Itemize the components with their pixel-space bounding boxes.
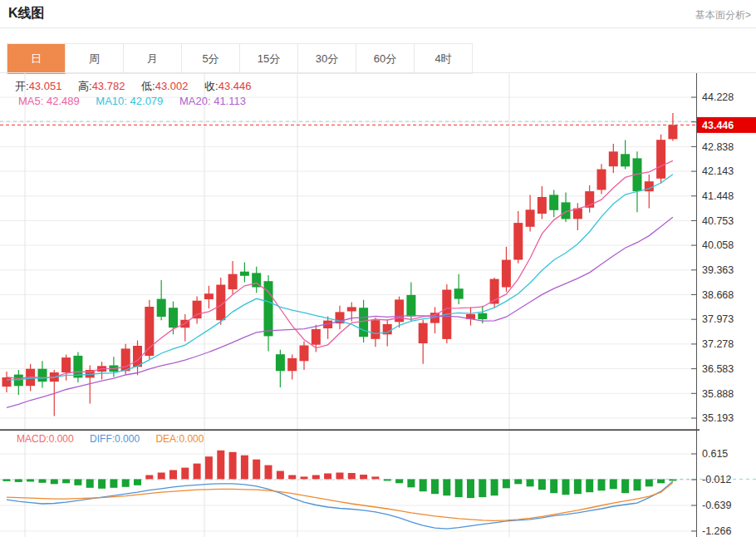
tab-60分[interactable]: 60分 xyxy=(356,44,415,74)
tab-15分[interactable]: 15分 xyxy=(240,44,298,74)
macd-bar xyxy=(657,479,665,483)
candle-body xyxy=(2,377,12,387)
macd-bar xyxy=(467,479,474,498)
candle-body xyxy=(478,313,487,319)
ma10-label: MA10: xyxy=(96,95,127,107)
macd-bar xyxy=(621,479,629,493)
diff-label: DIFF: xyxy=(90,433,115,445)
timeframe-tabbar: 日周月5分15分30分60分4时 xyxy=(7,43,473,74)
title-divider xyxy=(0,27,756,28)
candle-body xyxy=(609,151,618,166)
macd-bar xyxy=(74,479,81,485)
dea-line xyxy=(7,482,673,520)
candle-body xyxy=(38,369,47,382)
ma5-label: MA5: xyxy=(18,95,43,107)
close-value: 43.446 xyxy=(218,80,252,92)
candle-body xyxy=(454,288,464,298)
candle-body xyxy=(204,293,214,299)
macd-bar xyxy=(420,479,427,491)
candles xyxy=(2,113,678,416)
macd-bar xyxy=(514,479,522,484)
macd-bar xyxy=(598,479,606,490)
candle-body xyxy=(14,375,23,387)
macd-bar xyxy=(110,479,117,487)
macd-bar xyxy=(229,452,237,480)
candle-body xyxy=(549,195,558,209)
candle-body xyxy=(193,301,202,318)
y-axis-label: 0.615 xyxy=(702,448,728,460)
macd-bar xyxy=(336,473,344,480)
low-label: 低: xyxy=(141,80,155,92)
macd-value: 0.000 xyxy=(49,433,74,445)
macd-bar xyxy=(348,473,356,479)
macd-bar xyxy=(217,451,224,480)
tab-周[interactable]: 周 xyxy=(66,44,124,74)
macd-histogram xyxy=(3,451,677,498)
y-axis-label: 42.838 xyxy=(702,141,734,153)
macd-bar xyxy=(562,479,570,495)
macd-bar xyxy=(634,479,641,490)
candlestick-chart[interactable]: 44.22842.83842.14341.44840.75340.05839.3… xyxy=(0,73,756,431)
main-axis-labels: 44.22842.83842.14341.44840.75340.05839.3… xyxy=(691,91,734,424)
candle-body xyxy=(371,320,380,339)
macd-chart[interactable]: 0.615-0.012-0.639-1.266 xyxy=(0,431,756,537)
macd-bar xyxy=(51,479,58,484)
candle-body xyxy=(419,323,428,343)
macd-bar xyxy=(265,466,272,480)
macd-bar xyxy=(527,479,534,486)
dea-label: DEA: xyxy=(155,433,179,445)
macd-bar xyxy=(646,479,653,486)
candle-body xyxy=(276,354,285,371)
y-axis-label: 37.278 xyxy=(702,338,734,350)
y-axis-label: 41.448 xyxy=(702,190,734,202)
macd-bar xyxy=(15,479,22,482)
macd-bar xyxy=(3,479,11,481)
macd-bar xyxy=(384,479,391,480)
tab-4时[interactable]: 4时 xyxy=(415,44,473,74)
macd-bar xyxy=(241,456,248,480)
tab-月[interactable]: 月 xyxy=(124,44,182,74)
ma20-value: 41.113 xyxy=(214,95,246,107)
open-value: 43.051 xyxy=(29,80,62,92)
macd-label: MACD: xyxy=(17,433,49,445)
candle-body xyxy=(61,357,71,372)
dea-value: 0.000 xyxy=(179,433,204,445)
macd-bar xyxy=(27,479,34,481)
macd-bar xyxy=(610,479,617,489)
candle-body xyxy=(287,358,297,371)
candle-body xyxy=(347,307,356,311)
y-axis-label: 35.193 xyxy=(702,412,734,424)
candle-body xyxy=(513,223,523,259)
candle-body xyxy=(668,125,677,139)
open-label: 开: xyxy=(15,80,29,92)
tab-日[interactable]: 日 xyxy=(7,44,66,74)
macd-bar xyxy=(301,476,308,479)
macd-bar xyxy=(455,479,463,497)
candle-body xyxy=(502,260,511,288)
ma10-line xyxy=(7,175,673,380)
macd-bar xyxy=(312,475,320,480)
candle-body xyxy=(621,154,630,166)
y-axis-label: 37.973 xyxy=(702,313,734,325)
macd-bar xyxy=(324,474,331,480)
macd-readout: MACD:0.000 DIFF:0.000 DEA:0.000 xyxy=(17,433,204,445)
y-axis-label: 39.363 xyxy=(702,264,734,276)
y-axis-label: 35.888 xyxy=(702,388,734,400)
high-label: 高: xyxy=(78,80,92,92)
macd-bar xyxy=(122,479,130,486)
tab-5分[interactable]: 5分 xyxy=(182,44,240,74)
macd-bar xyxy=(407,479,415,487)
macd-bar xyxy=(503,479,510,488)
macd-bar xyxy=(253,460,260,480)
y-axis-label: 38.668 xyxy=(702,289,734,301)
y-axis-label: 44.228 xyxy=(702,91,734,103)
macd-bar xyxy=(158,473,165,480)
macd-bar xyxy=(538,479,546,490)
macd-bar xyxy=(39,479,47,482)
tab-30分[interactable]: 30分 xyxy=(298,44,356,74)
candle-body xyxy=(228,274,238,289)
y-axis-label: 40.753 xyxy=(702,215,734,227)
y-axis-label: 40.058 xyxy=(702,239,734,251)
fundamental-analysis-link[interactable]: 基本面分析> xyxy=(695,8,751,22)
candle-body xyxy=(312,329,321,345)
